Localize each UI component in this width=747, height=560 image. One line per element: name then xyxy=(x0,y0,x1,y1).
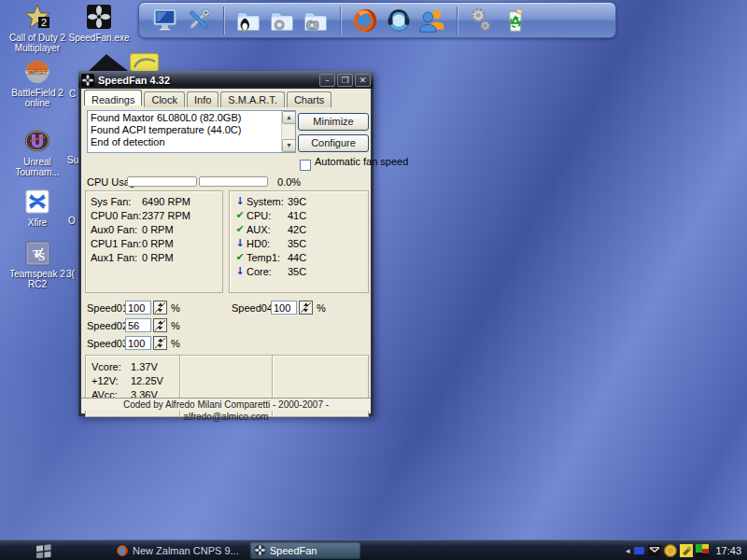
maximize-window-icon[interactable]: ❒ xyxy=(337,74,353,87)
xfire-icon xyxy=(21,188,53,216)
speedfan-icon xyxy=(83,3,115,31)
desktop-icon-speedfan[interactable]: SpeedFan.exe xyxy=(63,3,134,43)
temp-status-icon: ✔ xyxy=(233,209,247,221)
recycle-bin-icon[interactable] xyxy=(499,5,532,36)
tab-charts[interactable]: Charts xyxy=(287,91,331,107)
tools-icon[interactable] xyxy=(182,5,216,36)
close-window-icon[interactable]: ✕ xyxy=(355,74,371,87)
speedfan-window: SpeedFan 4.32 – ❒ ✕ Readings Clock Info … xyxy=(78,71,374,416)
dock-separator xyxy=(223,7,224,35)
configure-button[interactable]: Configure xyxy=(298,134,369,152)
temp-label: Temp1: xyxy=(247,252,288,263)
occluded-desktop-icon xyxy=(89,54,128,71)
desktop-icon-unreal[interactable]: Unreal Tournam... xyxy=(2,127,73,177)
system-tray: ◂ 17:43 xyxy=(626,544,747,557)
voltage-label: +12V: xyxy=(92,375,131,386)
speed02-value[interactable]: 56 xyxy=(125,318,151,332)
tab-smart[interactable]: S.M.A.R.T. xyxy=(220,91,285,107)
temp-label: System: xyxy=(247,196,288,207)
tray-coin-icon[interactable] xyxy=(664,544,677,557)
gears-icon[interactable] xyxy=(465,5,499,36)
speed03-spinner[interactable] xyxy=(153,336,167,350)
task-firefox[interactable]: New Zalman CNPS 9... xyxy=(112,542,247,559)
window-title: SpeedFan 4.32 xyxy=(98,75,317,86)
task-label: New Zalman CNPS 9... xyxy=(133,545,239,556)
teamspeak-icon: TS xyxy=(21,239,53,267)
tab-clock[interactable]: Clock xyxy=(144,91,185,107)
titlebar[interactable]: SpeedFan 4.32 – ❒ ✕ xyxy=(78,71,374,89)
cpu-usage-bar-1 xyxy=(127,176,197,187)
desktop-icon-xfire[interactable]: Xfire xyxy=(2,188,73,228)
cod2-icon: 2 xyxy=(21,3,53,31)
log-scrollbar[interactable]: ▲ ▼ xyxy=(281,111,295,152)
tray-chevron-icon[interactable]: ◂ xyxy=(626,546,630,555)
temp-status-icon: ↓ xyxy=(233,237,247,249)
temp-label: AUX: xyxy=(247,224,288,235)
speedfan-fan-icon xyxy=(254,544,266,556)
temp-label: HD0: xyxy=(247,238,288,249)
taskbar: New Zalman CNPS 9... SpeedFan ◂ 17:43 xyxy=(0,539,747,560)
speed03-value[interactable]: 100 xyxy=(125,336,151,350)
temp-status-icon: ↓ xyxy=(233,195,247,207)
scroll-down-icon[interactable]: ▼ xyxy=(282,139,296,152)
minimize-window-icon[interactable]: – xyxy=(319,74,335,87)
task-label: SpeedFan xyxy=(270,545,317,556)
detection-log[interactable]: Found Maxtor 6L080L0 (82.0GB) Found ACPI… xyxy=(87,110,296,153)
status-bar: Coded by Alfredo Milani Comparetti - 200… xyxy=(81,398,371,411)
tray-network-icon[interactable] xyxy=(632,544,645,557)
temp-value: 42C xyxy=(288,224,306,235)
speed01-value[interactable]: 100 xyxy=(125,301,151,315)
desktop-icon-teamspeak[interactable]: TS Teamspeak 2 RC2 xyxy=(2,239,73,289)
start-button[interactable] xyxy=(0,540,54,560)
tray-alert-icon[interactable] xyxy=(680,544,693,557)
speed04-label: Speed04: xyxy=(232,302,275,314)
minimize-button[interactable]: Minimize xyxy=(298,113,369,131)
scroll-up-icon[interactable]: ▲ xyxy=(282,111,296,124)
desktop-icon-battlefield[interactable]: BATTLEFIELD BattleField 2 online xyxy=(2,58,73,108)
fan-value: 0 RPM xyxy=(142,224,174,235)
speed02-spinner[interactable] xyxy=(153,318,167,332)
battlefield-icon: BATTLEFIELD xyxy=(21,58,53,86)
folder-media-icon[interactable] xyxy=(265,5,299,36)
temp-label: Core: xyxy=(247,266,288,277)
desktop-icon-label: Unreal Tournam... xyxy=(2,157,73,177)
tab-strip: Readings Clock Info S.M.A.R.T. Charts xyxy=(84,91,333,107)
automatic-fan-speed-checkbox[interactable] xyxy=(300,160,311,171)
messenger-icon[interactable] xyxy=(416,5,449,36)
voltage-value: 12.25V xyxy=(131,375,163,386)
fan-label: Sys Fan: xyxy=(91,196,142,207)
firefox-icon[interactable] xyxy=(348,5,382,36)
log-line: End of detection xyxy=(91,136,280,148)
fan-value: 0 RPM xyxy=(142,238,174,249)
log-line: Found ACPI temperature (44.0C) xyxy=(91,124,280,136)
temp-label: CPU: xyxy=(247,210,288,221)
speed04-spinner[interactable] xyxy=(299,301,313,315)
temp-value: 35C xyxy=(288,238,306,249)
tab-info[interactable]: Info xyxy=(187,91,218,107)
desktop-icon-cod2[interactable]: 2 Call of Duty 2 Multiplayer xyxy=(2,3,73,53)
cpu-usage-bar-2 xyxy=(199,176,268,187)
occluded-desktop-icon xyxy=(130,53,159,72)
desktop-icon-label: BattleField 2 online xyxy=(2,88,73,108)
tray-clock: 17:43 xyxy=(715,545,741,556)
svg-text:BATTLEFIELD: BATTLEFIELD xyxy=(25,70,49,75)
fan-value: 0 RPM xyxy=(142,252,174,263)
headset-icon[interactable] xyxy=(382,5,416,36)
speed01-unit: % xyxy=(171,302,180,314)
occluded-label-fragment: Su xyxy=(67,155,78,165)
fan-label: Aux0 Fan: xyxy=(91,224,142,235)
tab-readings[interactable]: Readings xyxy=(84,90,142,105)
display-icon[interactable] xyxy=(148,5,182,36)
occluded-label-fragment: C xyxy=(69,89,76,99)
desktop-icon-label: Call of Duty 2 Multiplayer xyxy=(2,33,73,53)
tray-messenger-icon[interactable] xyxy=(648,544,661,557)
temp-status-icon: ✔ xyxy=(233,223,247,235)
fan-label: CPU1 Fan: xyxy=(91,238,142,249)
tray-temp-monitor-icon[interactable] xyxy=(696,544,709,557)
folder-linux-icon[interactable] xyxy=(232,5,265,36)
speed04-value[interactable]: 100 xyxy=(271,301,297,315)
folder-photos-icon[interactable] xyxy=(299,5,332,36)
speed01-spinner[interactable] xyxy=(153,301,167,315)
desktop-icon-label: SpeedFan.exe xyxy=(63,33,134,43)
task-speedfan[interactable]: SpeedFan xyxy=(250,542,360,559)
